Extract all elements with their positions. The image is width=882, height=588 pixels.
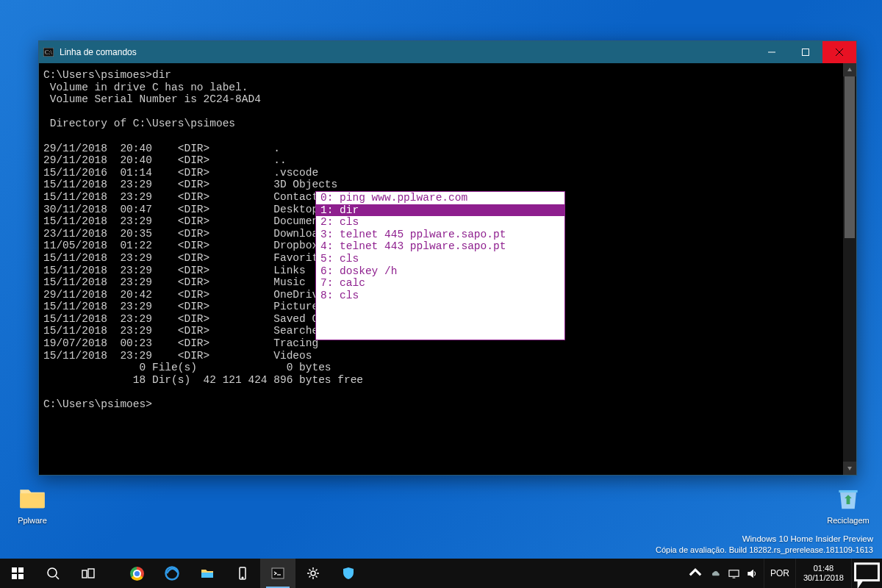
- network-tray-icon: [728, 568, 739, 579]
- svg-rect-2: [803, 49, 809, 56]
- svg-rect-17: [856, 563, 879, 580]
- history-item[interactable]: 3: telnet 445 pplware.sapo.pt: [316, 229, 564, 241]
- cmd-icon: C:\: [39, 48, 58, 57]
- desktop-folder-label: Pplware: [4, 516, 60, 525]
- desktop-folder-pplware[interactable]: Pplware: [4, 484, 60, 525]
- clock-date: 30/11/2018: [803, 573, 844, 583]
- taskbar-app-chrome[interactable]: [119, 559, 154, 588]
- edge-icon: [165, 566, 179, 581]
- tray-overflow-button[interactable]: [686, 559, 704, 588]
- minimize-button[interactable]: [755, 41, 789, 63]
- taskbar-app-phone[interactable]: [225, 559, 260, 588]
- svg-rect-5: [12, 574, 17, 579]
- svg-point-7: [48, 568, 57, 577]
- chrome-icon: [130, 567, 144, 581]
- svg-text:C:\: C:\: [45, 49, 53, 56]
- history-item[interactable]: 0: ping www.pplware.com: [316, 192, 564, 204]
- search-button[interactable]: [35, 559, 71, 588]
- titlebar[interactable]: C:\ Linha de comandos: [39, 41, 856, 63]
- desktop-recycle-bin[interactable]: Reciclagem: [820, 484, 876, 525]
- taskbar-app-explorer[interactable]: [190, 559, 225, 588]
- svg-rect-14: [272, 568, 284, 578]
- gear-icon: [306, 566, 320, 581]
- recycle-icon: [833, 484, 863, 513]
- history-item[interactable]: 2: cls: [316, 216, 564, 229]
- command-history-popup[interactable]: 0: ping www.pplware.com1: dir2: cls3: te…: [315, 191, 565, 340]
- history-item[interactable]: 7: calc: [316, 277, 564, 290]
- maximize-button[interactable]: [789, 41, 822, 63]
- task-view-button[interactable]: [71, 559, 106, 588]
- taskbar: POR 01:48 30/11/2018: [0, 559, 882, 588]
- taskbar-app-cmd[interactable]: [260, 559, 295, 588]
- close-button[interactable]: [822, 41, 856, 63]
- system-tray[interactable]: [704, 559, 764, 588]
- svg-point-15: [311, 571, 315, 576]
- folder-icon: [18, 484, 47, 513]
- cmd-taskbar-icon: [270, 566, 285, 581]
- phone-icon: [235, 566, 250, 581]
- svg-point-13: [242, 577, 243, 578]
- history-item[interactable]: 4: telnet 443 pplware.sapo.pt: [316, 240, 564, 253]
- scroll-up-button[interactable]: [843, 63, 856, 76]
- svg-rect-3: [12, 567, 17, 573]
- scroll-thumb[interactable]: [845, 76, 855, 238]
- action-center-button[interactable]: [851, 559, 882, 588]
- shield-icon: [341, 566, 356, 581]
- taskbar-clock[interactable]: 01:48 30/11/2018: [795, 559, 851, 588]
- svg-rect-6: [18, 574, 24, 579]
- window-title: Linha de comandos: [58, 47, 755, 57]
- svg-rect-8: [82, 570, 87, 578]
- history-item[interactable]: 8: cls: [316, 290, 564, 302]
- scrollbar[interactable]: [843, 63, 856, 475]
- desktop-recycle-label: Reciclagem: [820, 516, 876, 525]
- start-button[interactable]: [0, 559, 35, 588]
- svg-rect-4: [18, 567, 24, 573]
- volume-tray-icon: [747, 568, 758, 579]
- onedrive-tray-icon: [710, 568, 721, 579]
- notification-icon: [852, 559, 882, 589]
- taskbar-app-edge[interactable]: [154, 559, 190, 588]
- history-item[interactable]: 6: doskey /h: [316, 265, 564, 278]
- keyboard-layout-button[interactable]: POR: [764, 559, 795, 588]
- scroll-down-button[interactable]: [843, 462, 856, 475]
- file-explorer-icon: [200, 566, 215, 581]
- taskbar-app-settings[interactable]: [295, 559, 331, 588]
- history-item[interactable]: 1: dir: [316, 204, 564, 217]
- svg-rect-11: [201, 573, 213, 578]
- clock-time: 01:48: [814, 564, 834, 573]
- svg-rect-16: [729, 570, 739, 576]
- windows-watermark: Windows 10 Home Insider Preview Cópia de…: [656, 534, 873, 556]
- taskbar-app-security[interactable]: [331, 559, 366, 588]
- history-item[interactable]: 5: cls: [316, 253, 564, 265]
- svg-rect-9: [88, 569, 94, 578]
